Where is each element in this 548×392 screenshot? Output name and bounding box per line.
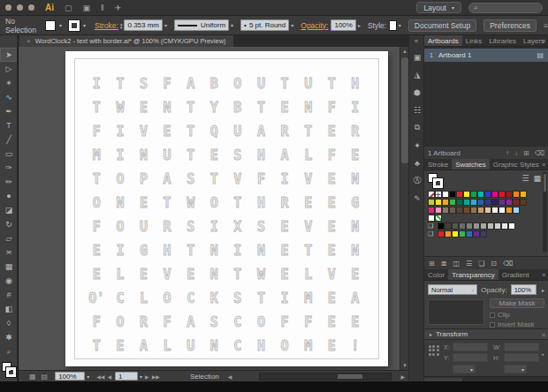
swatch-color[interactable] [449, 207, 456, 214]
share-icon[interactable]: ✈ [115, 4, 122, 12]
rectangle-tool[interactable]: ▭ [0, 147, 18, 161]
clip-checkbox-box[interactable] [490, 313, 495, 318]
stroke-color-swatch[interactable] [69, 20, 80, 31]
line-segment-tool[interactable]: ╱ [0, 132, 18, 147]
preferences-button[interactable]: Preferences [483, 19, 537, 32]
artboards-tab-artboards[interactable]: Artboards [424, 35, 462, 46]
clip-checkbox[interactable]: Clip [490, 311, 544, 319]
eraser-tool[interactable]: ◪ [0, 203, 18, 217]
first-artboard-icon[interactable]: ◀◀ [96, 373, 104, 380]
fill-stroke-wells[interactable] [2, 362, 16, 378]
artboards-tab-libraries[interactable]: Libraries [485, 35, 520, 46]
stroke-panel-icon[interactable]: ☷ [409, 102, 425, 119]
swatch-color[interactable] [459, 230, 466, 237]
zoom-level-field[interactable]: 100% [55, 372, 85, 381]
paintbrush-tool[interactable]: ✑ [0, 161, 18, 175]
width-profile-chevron-icon[interactable]: ▾ [231, 22, 233, 28]
swatch-color[interactable] [506, 207, 513, 214]
swatch-color[interactable] [470, 191, 477, 198]
swatch-color[interactable] [491, 199, 499, 206]
invert-mask-checkbox-box[interactable] [490, 322, 495, 328]
move-artboard-down-icon[interactable]: ↓ [514, 149, 518, 157]
swatch-color[interactable] [435, 207, 442, 214]
swatches-stroke-well[interactable] [433, 178, 443, 188]
new-artboard-icon[interactable]: ⊞ [523, 149, 529, 157]
swatch-color[interactable] [445, 230, 452, 237]
swatch-color[interactable] [499, 207, 506, 214]
swatch-color[interactable] [501, 222, 508, 230]
search-input[interactable]: ⌕ [468, 3, 543, 13]
stroke-panel-link[interactable]: Stroke: [95, 21, 118, 30]
transform-panel-header[interactable]: ▸ Transform ≡ [424, 328, 548, 340]
make-mask-button[interactable]: Make Mask [490, 298, 544, 308]
swatch-color[interactable] [513, 207, 520, 214]
transform-expand-icon[interactable]: ▸ [430, 331, 432, 337]
transform-menu-icon[interactable]: ≡ [542, 332, 545, 338]
direct-selection-tool[interactable]: ▷ [0, 62, 18, 76]
style-swatch[interactable] [389, 20, 397, 31]
zoom-chevron-icon[interactable]: ▾ [87, 373, 89, 380]
scroll-down-icon[interactable]: ▼ [400, 361, 408, 370]
color-panel-icon[interactable]: ▣ [409, 49, 425, 66]
horizontal-scrollbar[interactable] [259, 373, 392, 381]
swatch-color[interactable] [435, 199, 442, 206]
swatch-color[interactable] [506, 191, 513, 198]
status-page-icon[interactable]: ▤ [42, 373, 49, 381]
brush-definition-dropdown[interactable]: • 5 pt. Round [240, 19, 289, 31]
swatch-color[interactable] [477, 207, 484, 214]
next-artboard-icon[interactable]: ▶ [145, 373, 149, 380]
swatches-panel-menu-icon[interactable]: ≡ [542, 162, 545, 168]
opacity-chevron-icon[interactable]: ▸ [358, 22, 361, 28]
pencil-tool[interactable]: ✏ [0, 175, 18, 189]
expand-panels-icon[interactable]: « [409, 35, 423, 49]
blob-brush-tool[interactable]: ● [0, 189, 18, 203]
swatch-color[interactable] [520, 199, 527, 206]
grid-icon[interactable]: ▣ [83, 4, 91, 12]
swatch-kinds-icon[interactable]: ◫ [453, 260, 460, 268]
control-panel-menu-icon[interactable]: ≡ [544, 21, 548, 30]
scale-tool[interactable]: ▱ [0, 231, 18, 245]
swatch-registration[interactable]: ✛ [435, 191, 442, 198]
swatch-color[interactable] [513, 191, 520, 198]
swatch-color[interactable] [491, 207, 499, 214]
swatch-pattern[interactable] [435, 215, 442, 222]
stroke-width-field[interactable]: 0.353 mm [124, 19, 163, 31]
rotate-tool[interactable]: ↻ [0, 217, 18, 231]
window-minimize-button[interactable] [17, 4, 23, 11]
magic-wand-tool[interactable]: ✶ [0, 76, 18, 90]
h-field[interactable] [504, 353, 539, 362]
document-icon[interactable]: ▢ [65, 4, 72, 12]
prev-artboard-icon[interactable]: ◀ [107, 373, 111, 380]
swatch-color[interactable] [513, 199, 520, 206]
fill-chevron-down-icon[interactable]: ▾ [59, 22, 62, 28]
horizontal-scroll-thumb[interactable] [338, 374, 362, 379]
type-tool[interactable]: T [0, 118, 18, 132]
swatch-color[interactable] [499, 199, 506, 206]
swatch-color[interactable] [428, 199, 435, 206]
scroll-up-icon[interactable]: ▲ [400, 47, 408, 56]
shear-angle-dropdown[interactable]: ▾ [504, 365, 527, 373]
hscroll-left-icon[interactable]: ◀ [228, 373, 232, 380]
swatch-color[interactable] [484, 207, 491, 214]
asset-export-icon[interactable]: ✎ [409, 190, 425, 207]
swatches-tab-stroke[interactable]: Stroke [424, 159, 452, 170]
swatch-color[interactable] [442, 207, 449, 214]
invert-mask-checkbox[interactable]: Invert Mask [490, 320, 544, 328]
vertical-scrollbar[interactable]: ▲ ▼ [400, 47, 408, 370]
swatch-color[interactable] [470, 207, 477, 214]
delete-swatch-icon[interactable]: ⌫ [503, 260, 513, 268]
arrange-icon[interactable]: ‖ [101, 4, 104, 12]
free-transform-tool[interactable]: ▦ [0, 260, 18, 274]
swatch-color[interactable] [428, 207, 435, 214]
selection-tool[interactable]: ➤ [0, 48, 18, 62]
zoom-tool[interactable]: ⌕ [0, 344, 18, 358]
new-swatch-group-icon[interactable]: ❏ [478, 260, 484, 268]
gradient-tool[interactable]: ◧ [0, 302, 18, 316]
y-field[interactable] [453, 353, 488, 362]
x-field[interactable] [453, 343, 488, 351]
swatch-color[interactable] [506, 199, 513, 206]
artboard-1[interactable]: ITSFABOUTUTHTWENTYBTENFIFIVETQUARTERMINU… [65, 51, 388, 366]
swatch-libraries-icon[interactable]: ⊞ [429, 260, 435, 268]
transparency-tab-gradient[interactable]: Gradient [499, 269, 533, 280]
swatch-color[interactable] [470, 199, 477, 206]
